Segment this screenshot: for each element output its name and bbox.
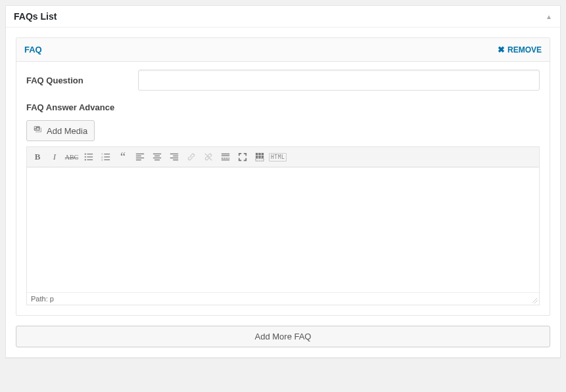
fullscreen-icon[interactable] [235,150,250,164]
faq-item-header[interactable]: FAQ ✖ REMOVE [16,38,550,62]
add-more-faq-button[interactable]: Add More FAQ [16,326,550,347]
remove-button[interactable]: ✖ REMOVE [498,45,542,54]
metabox-header: FAQs List ▲ [6,6,560,28]
svg-rect-31 [222,160,229,160]
question-label: FAQ Question [26,76,138,85]
question-row: FAQ Question [26,70,540,91]
add-media-button[interactable]: Add Media [26,120,95,141]
svg-rect-12 [136,154,144,154]
svg-rect-27 [222,158,224,158]
link-icon[interactable] [183,150,199,164]
svg-rect-14 [136,158,144,158]
svg-rect-19 [154,160,160,160]
strikethrough-icon[interactable]: ABC [64,150,80,164]
unlink-icon[interactable] [200,150,216,164]
metabox-body: FAQ ✖ REMOVE FAQ Question FAQ Answer Adv… [6,28,560,357]
svg-rect-26 [222,155,229,156]
bullet-list-icon[interactable] [81,150,97,164]
numbered-list-icon[interactable]: 123 [98,150,114,164]
italic-icon[interactable]: I [47,150,62,164]
svg-rect-11 [104,160,110,160]
close-icon: ✖ [498,45,505,54]
svg-rect-30 [228,158,229,158]
svg-rect-21 [173,156,178,156]
svg-point-4 [85,159,86,160]
svg-rect-13 [136,156,141,156]
svg-rect-1 [87,154,93,154]
editor-path: Path: p [31,295,54,303]
toolbar-toggle-icon[interactable] [252,150,268,164]
svg-rect-28 [224,158,225,158]
svg-rect-32 [256,153,258,156]
svg-point-2 [85,156,86,158]
editor-statusbar: Path: p [27,292,539,305]
add-media-label: Add Media [47,126,87,136]
editor: B I ABC 123 “ [26,146,540,305]
editor-toolbar: B I ABC 123 “ [27,147,539,167]
faqs-metabox: FAQs List ▲ FAQ ✖ REMOVE FAQ Question FA… [5,5,561,358]
svg-rect-34 [262,153,264,156]
blockquote-icon[interactable]: “ [115,150,131,164]
svg-rect-29 [226,158,228,158]
svg-rect-36 [258,156,261,158]
faq-header-title: FAQ [24,45,42,54]
align-right-icon[interactable] [166,150,182,164]
svg-rect-37 [262,156,264,158]
svg-rect-38 [256,159,264,162]
answer-label: FAQ Answer Advance [26,102,540,112]
svg-rect-15 [136,160,141,160]
svg-rect-16 [153,154,161,154]
svg-rect-33 [258,153,261,156]
align-left-icon[interactable] [132,150,148,164]
bold-icon[interactable]: B [30,150,45,164]
metabox-title: FAQs List [14,11,57,22]
collapse-icon[interactable]: ▲ [546,13,552,20]
svg-rect-35 [256,156,258,158]
media-icon [34,125,43,137]
svg-text:3: 3 [101,158,103,162]
align-center-icon[interactable] [149,150,165,164]
editor-content[interactable] [27,167,539,292]
remove-label: REMOVE [507,45,542,54]
svg-rect-23 [173,160,178,160]
svg-rect-25 [222,154,229,154]
faq-item-body: FAQ Question FAQ Answer Advance Add Medi… [16,62,550,315]
svg-rect-7 [104,154,110,154]
question-input[interactable] [138,70,540,91]
resize-handle-icon[interactable] [530,295,539,305]
svg-rect-3 [87,156,93,157]
svg-rect-17 [154,156,160,156]
svg-rect-5 [87,160,93,160]
html-button[interactable]: HTML [269,153,287,162]
svg-rect-18 [153,158,161,158]
svg-rect-9 [104,156,110,157]
faq-item: FAQ ✖ REMOVE FAQ Question FAQ Answer Adv… [16,37,550,316]
svg-rect-22 [170,158,178,158]
svg-rect-20 [170,154,178,154]
svg-point-0 [85,154,86,155]
insert-more-icon[interactable] [218,150,233,164]
